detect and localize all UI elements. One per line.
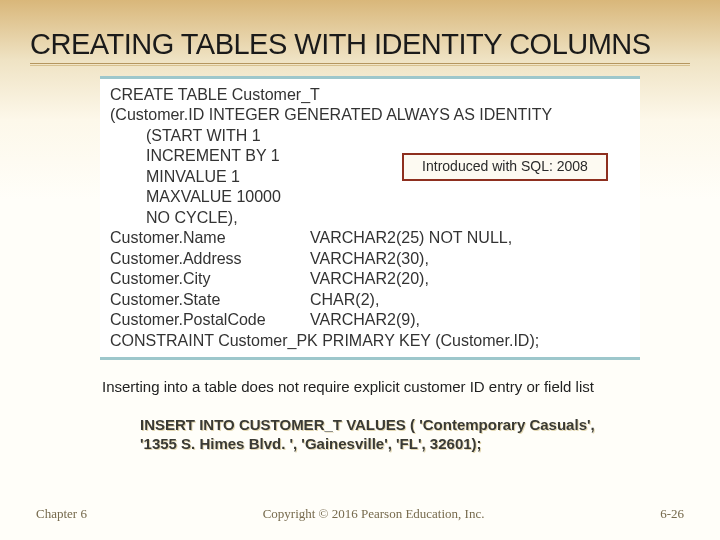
slide: CREATING TABLES WITH IDENTITY COLUMNS CR… [0, 0, 720, 540]
code-column-row: Customer.State CHAR(2), [110, 290, 630, 310]
code-line: (Customer.ID INTEGER GENERATED ALWAYS AS… [110, 105, 630, 125]
code-line: CREATE TABLE Customer_T [110, 85, 630, 105]
sql-insert-example: INSERT INTO CUSTOMER_T VALUES ( 'Contemp… [140, 415, 630, 454]
code-line: CONSTRAINT Customer_PK PRIMARY KEY (Cust… [110, 331, 630, 351]
footer: Chapter 6 Copyright © 2016 Pearson Educa… [0, 506, 720, 522]
note-text: Inserting into a table does not require … [102, 378, 650, 397]
col-type: VARCHAR2(30), [310, 249, 630, 269]
col-type: VARCHAR2(9), [310, 310, 630, 330]
code-line: MAXVALUE 10000 [110, 187, 630, 207]
code-line: (START WITH 1 [110, 126, 630, 146]
col-name: Customer.Address [110, 249, 310, 269]
col-name: Customer.PostalCode [110, 310, 310, 330]
sql-create-table: CREATE TABLE Customer_T (Customer.ID INT… [100, 76, 640, 360]
slide-title: CREATING TABLES WITH IDENTITY COLUMNS [30, 28, 690, 61]
footer-right: 6-26 [660, 506, 684, 522]
title-underline [30, 63, 690, 66]
callout-text: Introduced with SQL: 2008 [422, 158, 588, 176]
col-name: Customer.State [110, 290, 310, 310]
code-column-row: Customer.City VARCHAR2(20), [110, 269, 630, 289]
code-line: NO CYCLE), [110, 208, 630, 228]
footer-left: Chapter 6 [36, 506, 87, 522]
footer-center: Copyright © 2016 Pearson Education, Inc. [87, 506, 660, 522]
col-type: CHAR(2), [310, 290, 630, 310]
callout-box: Introduced with SQL: 2008 [402, 153, 608, 181]
col-name: Customer.City [110, 269, 310, 289]
title-block: CREATING TABLES WITH IDENTITY COLUMNS [30, 28, 690, 66]
code-column-row: Customer.Address VARCHAR2(30), [110, 249, 630, 269]
col-name: Customer.Name [110, 228, 310, 248]
code-column-row: Customer.Name VARCHAR2(25) NOT NULL, [110, 228, 630, 248]
col-type: VARCHAR2(20), [310, 269, 630, 289]
col-type: VARCHAR2(25) NOT NULL, [310, 228, 630, 248]
code-column-row: Customer.PostalCode VARCHAR2(9), [110, 310, 630, 330]
